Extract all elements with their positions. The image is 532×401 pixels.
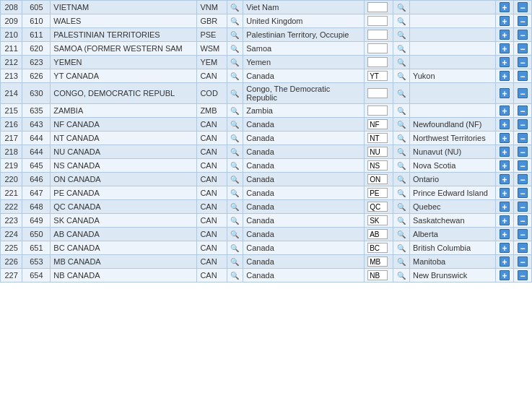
search-code-icon[interactable]: 🔍 bbox=[227, 228, 243, 241]
remove-button[interactable]: − bbox=[518, 202, 528, 212]
search-code-icon[interactable]: 🔍 bbox=[227, 1, 243, 14]
add-button-cell[interactable]: + bbox=[496, 118, 514, 131]
remove-button-cell[interactable]: − bbox=[514, 69, 532, 83]
remove-button[interactable]: − bbox=[518, 71, 528, 81]
state-input[interactable] bbox=[367, 2, 388, 12]
search-state-icon[interactable]: 🔍 bbox=[393, 118, 410, 131]
search-state-icon[interactable]: 🔍 bbox=[393, 104, 410, 118]
search-code-icon[interactable]: 🔍 bbox=[227, 28, 243, 42]
remove-button[interactable]: − bbox=[518, 243, 528, 253]
remove-button-cell[interactable]: − bbox=[514, 83, 532, 104]
remove-button[interactable]: − bbox=[518, 256, 528, 267]
add-button[interactable]: + bbox=[500, 256, 510, 267]
state-input-cell[interactable] bbox=[365, 159, 393, 173]
remove-button-cell[interactable]: − bbox=[514, 14, 532, 28]
remove-button-cell[interactable]: − bbox=[514, 28, 532, 42]
state-input-cell[interactable] bbox=[365, 28, 393, 42]
add-button[interactable]: + bbox=[500, 71, 510, 81]
add-button-cell[interactable]: + bbox=[496, 14, 514, 28]
add-button[interactable]: + bbox=[500, 188, 510, 198]
add-button-cell[interactable]: + bbox=[496, 83, 514, 104]
search-code-icon[interactable]: 🔍 bbox=[227, 241, 243, 255]
state-input-cell[interactable] bbox=[365, 42, 393, 56]
remove-button[interactable]: − bbox=[518, 43, 528, 53]
state-input[interactable] bbox=[367, 105, 388, 116]
state-input[interactable] bbox=[367, 30, 388, 40]
search-state-icon[interactable]: 🔍 bbox=[393, 214, 410, 228]
state-input[interactable] bbox=[367, 215, 388, 225]
state-input[interactable] bbox=[367, 229, 388, 239]
remove-button[interactable]: − bbox=[518, 229, 528, 239]
remove-button-cell[interactable]: − bbox=[514, 214, 532, 228]
remove-button[interactable]: − bbox=[518, 215, 528, 225]
search-state-icon[interactable]: 🔍 bbox=[393, 200, 410, 214]
search-state-icon[interactable]: 🔍 bbox=[393, 83, 410, 104]
state-input-cell[interactable] bbox=[365, 83, 393, 104]
state-input-cell[interactable] bbox=[365, 173, 393, 186]
add-button[interactable]: + bbox=[500, 174, 510, 184]
add-button[interactable]: + bbox=[500, 229, 510, 239]
add-button[interactable]: + bbox=[500, 133, 510, 143]
search-code-icon[interactable]: 🔍 bbox=[227, 173, 243, 186]
state-input-cell[interactable] bbox=[365, 14, 393, 28]
add-button-cell[interactable]: + bbox=[496, 173, 514, 186]
search-code-icon[interactable]: 🔍 bbox=[227, 14, 243, 28]
remove-button-cell[interactable]: − bbox=[514, 255, 532, 269]
state-input-cell[interactable] bbox=[365, 214, 393, 228]
search-code-icon[interactable]: 🔍 bbox=[227, 159, 243, 173]
state-input[interactable] bbox=[367, 71, 388, 81]
state-input[interactable] bbox=[367, 188, 388, 198]
add-button[interactable]: + bbox=[500, 2, 510, 12]
search-code-icon[interactable]: 🔍 bbox=[227, 69, 243, 83]
add-button-cell[interactable]: + bbox=[496, 159, 514, 173]
add-button[interactable]: + bbox=[500, 160, 510, 171]
add-button-cell[interactable]: + bbox=[496, 1, 514, 14]
search-code-icon[interactable]: 🔍 bbox=[227, 104, 243, 118]
search-code-icon[interactable]: 🔍 bbox=[227, 118, 243, 131]
state-input[interactable] bbox=[367, 119, 388, 129]
add-button[interactable]: + bbox=[500, 30, 510, 40]
remove-button-cell[interactable]: − bbox=[514, 173, 532, 186]
add-button[interactable]: + bbox=[500, 202, 510, 212]
remove-button-cell[interactable]: − bbox=[514, 145, 532, 159]
search-code-icon[interactable]: 🔍 bbox=[227, 214, 243, 228]
search-code-icon[interactable]: 🔍 bbox=[227, 269, 243, 283]
add-button-cell[interactable]: + bbox=[496, 42, 514, 56]
state-input-cell[interactable] bbox=[365, 186, 393, 200]
search-state-icon[interactable]: 🔍 bbox=[393, 42, 410, 56]
add-button-cell[interactable]: + bbox=[496, 104, 514, 118]
add-button-cell[interactable]: + bbox=[496, 214, 514, 228]
search-code-icon[interactable]: 🔍 bbox=[227, 83, 243, 104]
state-input-cell[interactable] bbox=[365, 228, 393, 241]
state-input-cell[interactable] bbox=[365, 56, 393, 69]
search-state-icon[interactable]: 🔍 bbox=[393, 14, 410, 28]
state-input[interactable] bbox=[367, 88, 388, 98]
search-state-icon[interactable]: 🔍 bbox=[393, 131, 410, 145]
search-code-icon[interactable]: 🔍 bbox=[227, 255, 243, 269]
search-state-icon[interactable]: 🔍 bbox=[393, 145, 410, 159]
state-input-cell[interactable] bbox=[365, 118, 393, 131]
add-button-cell[interactable]: + bbox=[496, 200, 514, 214]
state-input[interactable] bbox=[367, 174, 388, 184]
search-state-icon[interactable]: 🔍 bbox=[393, 255, 410, 269]
add-button[interactable]: + bbox=[500, 147, 510, 157]
state-input-cell[interactable] bbox=[365, 69, 393, 83]
state-input-cell[interactable] bbox=[365, 104, 393, 118]
remove-button-cell[interactable]: − bbox=[514, 186, 532, 200]
remove-button[interactable]: − bbox=[518, 57, 528, 67]
remove-button-cell[interactable]: − bbox=[514, 241, 532, 255]
remove-button-cell[interactable]: − bbox=[514, 1, 532, 14]
add-button-cell[interactable]: + bbox=[496, 241, 514, 255]
search-code-icon[interactable]: 🔍 bbox=[227, 200, 243, 214]
add-button[interactable]: + bbox=[500, 243, 510, 253]
search-code-icon[interactable]: 🔍 bbox=[227, 186, 243, 200]
state-input[interactable] bbox=[367, 160, 388, 171]
search-state-icon[interactable]: 🔍 bbox=[393, 186, 410, 200]
remove-button[interactable]: − bbox=[518, 270, 528, 280]
search-code-icon[interactable]: 🔍 bbox=[227, 42, 243, 56]
add-button-cell[interactable]: + bbox=[496, 131, 514, 145]
state-input[interactable] bbox=[367, 202, 388, 212]
state-input-cell[interactable] bbox=[365, 241, 393, 255]
add-button[interactable]: + bbox=[500, 270, 510, 280]
add-button-cell[interactable]: + bbox=[496, 145, 514, 159]
